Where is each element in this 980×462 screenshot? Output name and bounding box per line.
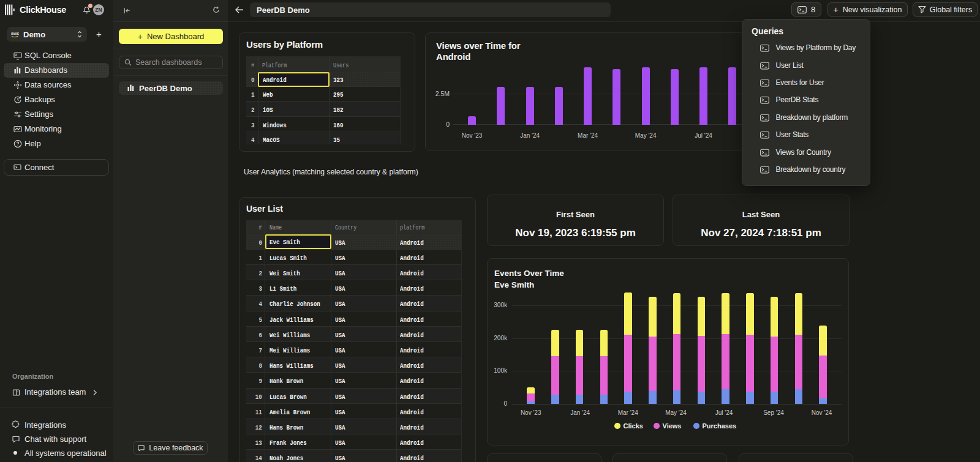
svg-text:aws: aws <box>11 31 19 35</box>
